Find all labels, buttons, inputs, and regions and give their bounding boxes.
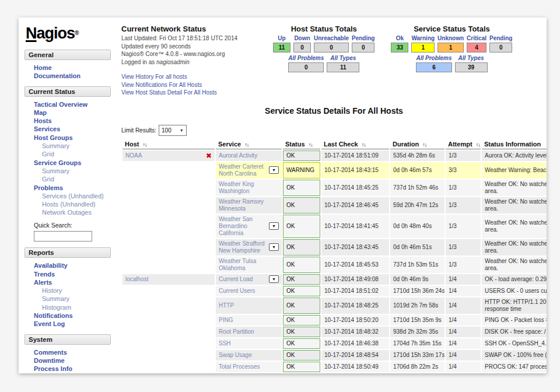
last-check-cell: 10-17-2014 18:51:02 [321,286,389,296]
service-actions-dropdown[interactable]: ▼ [269,275,279,283]
service-link-weather-ramsey-minnesota[interactable]: Weather Ramsey Minnesota [219,198,279,212]
sidebar-item-documentation[interactable]: Documentation [24,72,117,80]
totals-label-all-problems[interactable]: All Problems [288,55,324,61]
sidebar-item-event-log[interactable]: Event Log [24,320,117,328]
sidebar-item-services[interactable]: Services [24,125,117,133]
sort-arrows-icon[interactable]: ↑↓ [422,142,426,148]
link-view-host-status-detail-for-all-hosts[interactable]: View Host Status Detail For All Hosts [121,89,268,97]
sidebar-item-services-unhandled[interactable]: Services (Unhandled) [24,192,117,200]
duration-cell: 1710d 15h 35m 9s [390,315,444,326]
totals-label-critical[interactable]: Critical [467,35,487,41]
totals-label-unknown[interactable]: Unknown [438,35,464,41]
host-link-localhost[interactable]: localhost [125,276,148,283]
service-actions-dropdown[interactable]: ▼ [269,166,279,174]
service-link-swap-usage[interactable]: Swap Usage [219,352,279,359]
sidebar-item-home[interactable]: Home [24,64,117,72]
sort-arrows-icon[interactable]: ↑↓ [362,142,366,148]
status-cell: OK [283,239,320,256]
column-header-label[interactable]: Service [218,141,241,148]
link-view-notifications-for-all-hosts[interactable]: View Notifications For All Hosts [121,81,268,89]
last-check-cell: 10-17-2014 18:50:20 [321,315,389,326]
column-header-label[interactable]: Last Check [324,141,358,148]
service-link-weather-carteret-north-carolina[interactable]: Weather Carteret North Carolina [219,163,267,177]
column-header-label[interactable]: Status Information [484,141,541,148]
service-cell: Weather King Washington [216,180,282,196]
sidebar-item-grid[interactable]: Grid [24,175,117,183]
sidebar-item-summary[interactable]: Summary [24,295,117,303]
service-link-weather-king-washington[interactable]: Weather King Washington [219,181,279,195]
attempt-cell: 1/4 [446,350,481,360]
host-link-noaa[interactable]: NOAA [125,152,142,159]
service-actions-dropdown[interactable]: ▼ [269,243,279,251]
sidebar-item-alerts[interactable]: Alerts [24,278,117,286]
service-link-ssh[interactable]: SSH [219,340,279,347]
limit-results-select[interactable]: 100 ▼ [159,125,187,136]
column-header-label[interactable]: Host [125,141,139,148]
service-cell: SSH [216,338,282,349]
service-cell: HTTP [216,298,282,314]
host-problem-x-icon[interactable]: ✖ [206,152,212,160]
sidebar-item-downtime[interactable]: Downtime [24,356,117,365]
sidebar-item-process-info[interactable]: Process Info [24,365,117,373]
sidebar-section-items: AvailabilityTrendsAlertsHistorySummaryHi… [24,261,117,328]
nagios-logo[interactable]: Nagios® [26,24,117,43]
quick-search-input[interactable] [34,231,92,242]
service-link-auroral-activity[interactable]: Auroral Activity [219,152,279,159]
status-information-cell: Weather OK: No watches or warninarea. [482,257,547,273]
totals-label-pending[interactable]: Pending [352,35,374,41]
sidebar-item-grid[interactable]: Grid [24,150,117,158]
sort-arrows-icon[interactable]: ↑↓ [476,142,480,148]
sidebar-item-trends[interactable]: Trends [24,270,117,278]
column-header-label[interactable]: Attempt [448,141,473,148]
totals-label-all-problems[interactable]: All Problems [416,55,452,61]
totals-label-ok[interactable]: Ok [396,35,404,41]
sidebar-item-histogram[interactable]: Histogram [24,303,117,312]
sort-arrows-icon[interactable]: ↑↓ [143,142,147,148]
totals-count-up: 11 [273,43,290,52]
sidebar-item-summary[interactable]: Summary [24,142,117,150]
sidebar-item-notifications[interactable]: Notifications [24,312,117,320]
sidebar-item-service-groups[interactable]: Service Groups [24,159,117,167]
totals-column: Pending 0 [352,35,374,52]
service-link-current-load[interactable]: Current Load [219,276,267,283]
sidebar-item-tactical-overview[interactable]: Tactical Overview [24,100,117,108]
sidebar-item-availability[interactable]: Availability [24,261,117,270]
column-header-label[interactable]: Status [285,141,305,148]
last-check-cell: 10-17-2014 18:41:45 [321,215,389,238]
sidebar-item-host-groups[interactable]: Host Groups [24,134,117,142]
status-information-line: DISK OK - free space: / 20300 MB [485,328,547,335]
totals-label-unreachable[interactable]: Unreachable [314,35,349,41]
service-link-http[interactable]: HTTP [219,302,279,309]
column-header-host: Host ↑↓ [123,139,215,149]
duration-cell: 1019d 2h 7m 58s [390,298,444,314]
service-link-root-partition[interactable]: Root Partition [219,328,279,335]
totals-label-down[interactable]: Down [294,35,310,41]
sidebar-section-title: Reports [29,249,54,256]
sidebar-item-problems[interactable]: Problems [24,184,117,192]
sidebar-item-history[interactable]: History [24,286,117,295]
sidebar-item-hosts[interactable]: Hosts [24,117,117,125]
sort-arrows-icon[interactable]: ↑↓ [244,142,249,148]
totals-label-warning[interactable]: Warning [411,35,435,41]
sidebar-item-comments[interactable]: Comments [24,348,117,356]
sidebar-item-network-outages[interactable]: Network Outages [24,208,117,216]
service-link-total-processes[interactable]: Total Processes [219,363,279,370]
column-header-label[interactable]: Duration [393,141,419,148]
status-information-cell: SWAP OK - 100% free (255 MB ou [482,350,547,360]
service-link-ping[interactable]: PING [219,317,279,324]
totals-label-all-types[interactable]: All Types [330,55,356,61]
totals-label-all-types[interactable]: All Types [459,55,484,61]
sidebar-item-summary[interactable]: Summary [24,167,117,175]
service-link-weather-san-bernardino-california[interactable]: Weather San Bernardino California [219,216,267,237]
link-view-history-for-all-hosts[interactable]: View History For all hosts [121,73,268,81]
sort-arrows-icon[interactable]: ↑↓ [309,142,313,148]
last-check-cell: 10-17-2014 18:49:08 [321,274,389,285]
sidebar-item-map[interactable]: Map [24,108,117,117]
service-actions-dropdown[interactable]: ▼ [269,222,279,230]
service-link-weather-tulsa-oklahoma[interactable]: Weather Tulsa Oklahoma [219,258,279,272]
sidebar-item-hosts-unhandled[interactable]: Hosts (Unhandled) [24,200,117,208]
service-link-weather-strafford-new-hampshire[interactable]: Weather Strafford New Hampshire [219,240,267,254]
service-link-current-users[interactable]: Current Users [219,288,279,295]
totals-label-up[interactable]: Up [278,35,285,41]
totals-label-pending[interactable]: Pending [489,35,512,41]
